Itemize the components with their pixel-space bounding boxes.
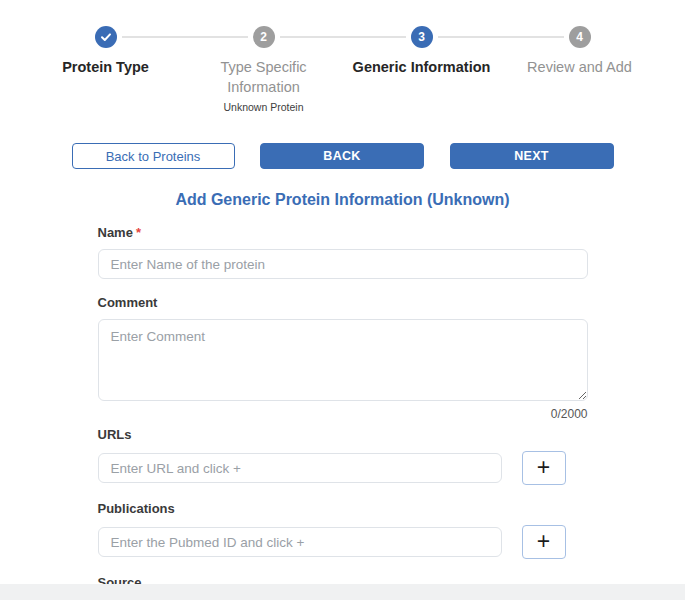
required-asterisk: * — [136, 225, 141, 240]
connector-line — [343, 36, 406, 38]
publications-row: + — [98, 525, 588, 559]
name-label-text: Name — [98, 225, 133, 240]
generic-protein-form: Name* Comment 0/2000 URLs + Publications… — [98, 225, 588, 600]
comment-label: Comment — [98, 295, 588, 310]
publications-label: Publications — [98, 501, 588, 516]
step-3-circle: 3 — [411, 26, 433, 48]
plus-icon: + — [537, 456, 550, 479]
wizard-stepper: Protein Type 2 Type Specific Information… — [27, 26, 659, 113]
plus-icon: + — [537, 530, 550, 553]
name-label: Name* — [98, 225, 588, 240]
step-2-label: Type Specific Information — [194, 57, 334, 97]
connector-line — [122, 36, 185, 38]
pubmed-id-input[interactable] — [98, 527, 502, 557]
step-1-circle — [95, 26, 117, 48]
step-4-label: Review and Add — [527, 57, 632, 77]
step-review-and-add: 4 Review and Add — [501, 26, 659, 113]
urls-label: URLs — [98, 427, 588, 442]
next-button[interactable]: NEXT — [450, 143, 614, 169]
add-publication-button[interactable]: + — [522, 525, 566, 559]
step-generic-information: 3 Generic Information — [343, 26, 501, 113]
url-input[interactable] — [98, 453, 502, 483]
step-3-label: Generic Information — [353, 57, 491, 77]
page-title: Add Generic Protein Information (Unknown… — [0, 191, 685, 209]
connector-line — [27, 36, 90, 38]
step-4-circle: 4 — [569, 26, 591, 48]
back-to-proteins-button[interactable]: Back to Proteins — [72, 143, 235, 169]
action-button-row: Back to Proteins BACK NEXT — [72, 143, 614, 169]
comment-textarea[interactable] — [98, 319, 588, 401]
connector-line — [596, 36, 659, 38]
connector-line — [280, 36, 343, 38]
connector-line — [501, 36, 564, 38]
back-button[interactable]: BACK — [260, 143, 424, 169]
bottom-strip — [0, 584, 685, 600]
urls-row: + — [98, 451, 588, 485]
comment-char-counter: 0/2000 — [98, 407, 588, 421]
step-1-label: Protein Type — [62, 57, 149, 77]
step-type-specific: 2 Type Specific Information Unknown Prot… — [185, 26, 343, 113]
connector-line — [438, 36, 501, 38]
step-2-circle: 2 — [253, 26, 275, 48]
check-icon — [100, 31, 112, 43]
connector-line — [185, 36, 248, 38]
step-2-sublabel: Unknown Protein — [224, 101, 304, 113]
name-input[interactable] — [98, 249, 588, 279]
step-protein-type: Protein Type — [27, 26, 185, 113]
add-url-button[interactable]: + — [522, 451, 566, 485]
